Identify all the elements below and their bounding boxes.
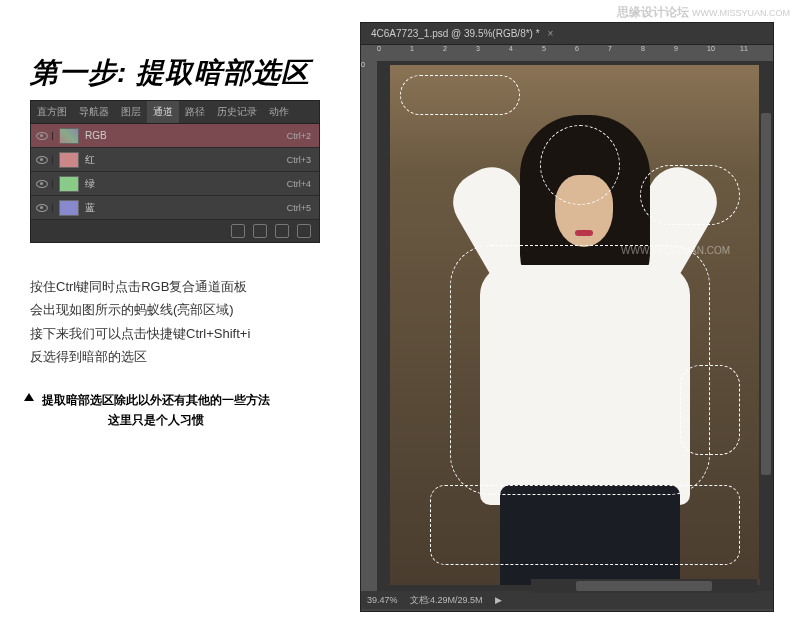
- channel-row-green[interactable]: 绿 Ctrl+4: [31, 172, 319, 196]
- channel-name: RGB: [85, 130, 287, 141]
- tab-layers[interactable]: 图层: [115, 101, 147, 123]
- scrollbar-thumb[interactable]: [576, 581, 712, 591]
- save-selection-icon[interactable]: [253, 224, 267, 238]
- instruction-text: 按住Ctrl键同时点击RGB复合通道面板 会出现如图所示的蚂蚁线(亮部区域) 接…: [30, 275, 330, 369]
- channel-row-red[interactable]: 红 Ctrl+3: [31, 148, 319, 172]
- status-arrow-icon[interactable]: ▶: [495, 595, 502, 605]
- channel-shortcut: Ctrl+5: [287, 203, 311, 213]
- visibility-toggle[interactable]: [31, 132, 53, 140]
- channel-shortcut: Ctrl+4: [287, 179, 311, 189]
- site-watermark: 思缘设计论坛 WWW.MISSYUAN.COM: [617, 4, 790, 21]
- eye-icon: [36, 132, 48, 140]
- ruler-tick: 6: [575, 45, 608, 61]
- ruler-horizontal[interactable]: 0 1 2 3 4 5 6 7 8 9 10 11: [361, 45, 773, 61]
- scrollbar-horizontal[interactable]: [531, 579, 757, 593]
- status-bar: 39.47% 文档:4.29M/29.5M ▶: [361, 591, 773, 609]
- eye-icon: [36, 156, 48, 164]
- channel-name: 绿: [85, 177, 287, 191]
- sub-note-line: 这里只是个人习惯: [42, 410, 270, 430]
- new-channel-icon[interactable]: [275, 224, 289, 238]
- instruction-line: 按住Ctrl键同时点击RGB复合通道面板: [30, 275, 330, 298]
- channel-thumb: [59, 200, 79, 216]
- channels-footer: [31, 220, 319, 242]
- tab-histogram[interactable]: 直方图: [31, 101, 73, 123]
- instruction-line: 反选得到暗部的选区: [30, 345, 330, 368]
- channel-row-blue[interactable]: 蓝 Ctrl+5: [31, 196, 319, 220]
- ruler-tick: 8: [641, 45, 674, 61]
- zoom-level[interactable]: 39.47%: [367, 595, 398, 605]
- ruler-tick: 7: [608, 45, 641, 61]
- channel-name: 红: [85, 153, 287, 167]
- photo-blouse: [480, 265, 690, 505]
- visibility-toggle[interactable]: [31, 204, 53, 212]
- channel-thumb: [59, 152, 79, 168]
- ruler-tick: 1: [410, 45, 443, 61]
- eye-icon: [36, 204, 48, 212]
- photo-figure: [450, 115, 710, 555]
- image-watermark: WWW.MISSYUAN.COM: [621, 245, 730, 256]
- tab-channels[interactable]: 通道: [147, 101, 179, 123]
- channel-thumb: [59, 176, 79, 192]
- channel-thumb: [59, 128, 79, 144]
- visibility-toggle[interactable]: [31, 180, 53, 188]
- canvas-area[interactable]: WWW.MISSYUAN.COM: [377, 61, 773, 591]
- scrollbar-thumb[interactable]: [761, 113, 771, 476]
- ruler-tick: 3: [476, 45, 509, 61]
- ruler-vertical[interactable]: 0: [361, 61, 377, 591]
- eye-icon: [36, 180, 48, 188]
- triangle-icon: [24, 393, 34, 401]
- photo-lips: [575, 230, 593, 236]
- ruler-tick: 4: [509, 45, 542, 61]
- channel-row-rgb[interactable]: RGB Ctrl+2: [31, 124, 319, 148]
- document-tab[interactable]: 4C6A7723_1.psd @ 39.5%(RGB/8*) * ×: [361, 23, 773, 45]
- channel-shortcut: Ctrl+2: [287, 131, 311, 141]
- tab-navigator[interactable]: 导航器: [73, 101, 115, 123]
- close-icon[interactable]: ×: [548, 28, 554, 39]
- ruler-tick: 0: [361, 61, 377, 111]
- instruction-line: 会出现如图所示的蚂蚁线(亮部区域): [30, 298, 330, 321]
- scrollbar-vertical[interactable]: [759, 61, 773, 579]
- ruler-tick: 0: [377, 45, 410, 61]
- visibility-toggle[interactable]: [31, 156, 53, 164]
- sub-note: 提取暗部选区除此以外还有其他的一些方法 这里只是个人习惯: [42, 390, 270, 431]
- ruler-tick: 10: [707, 45, 740, 61]
- channel-shortcut: Ctrl+3: [287, 155, 311, 165]
- photoshop-window: 4C6A7723_1.psd @ 39.5%(RGB/8*) * × 0 1 2…: [360, 22, 774, 612]
- tab-history[interactable]: 历史记录: [211, 101, 263, 123]
- doc-size: 文档:4.29M/29.5M: [410, 594, 483, 607]
- ruler-tick: 11: [740, 45, 773, 61]
- instruction-line: 接下来我们可以点击快捷键Ctrl+Shift+i: [30, 322, 330, 345]
- sub-note-line: 提取暗部选区除此以外还有其他的一些方法: [42, 390, 270, 410]
- ruler-tick: 9: [674, 45, 707, 61]
- load-selection-icon[interactable]: [231, 224, 245, 238]
- photo-face: [555, 175, 613, 247]
- ruler-tick: 5: [542, 45, 575, 61]
- channel-name: 蓝: [85, 201, 287, 215]
- document-title: 4C6A7723_1.psd @ 39.5%(RGB/8*) *: [371, 28, 540, 39]
- tab-actions[interactable]: 动作: [263, 101, 295, 123]
- photo-skirt: [500, 485, 680, 585]
- ruler-tick: 2: [443, 45, 476, 61]
- document-canvas[interactable]: WWW.MISSYUAN.COM: [390, 65, 760, 585]
- channels-panel: 直方图 导航器 图层 通道 路径 历史记录 动作 RGB Ctrl+2 红 Ct…: [30, 100, 320, 243]
- tab-paths[interactable]: 路径: [179, 101, 211, 123]
- step-title: 第一步: 提取暗部选区: [30, 54, 310, 92]
- delete-channel-icon[interactable]: [297, 224, 311, 238]
- panel-tabs: 直方图 导航器 图层 通道 路径 历史记录 动作: [31, 101, 319, 124]
